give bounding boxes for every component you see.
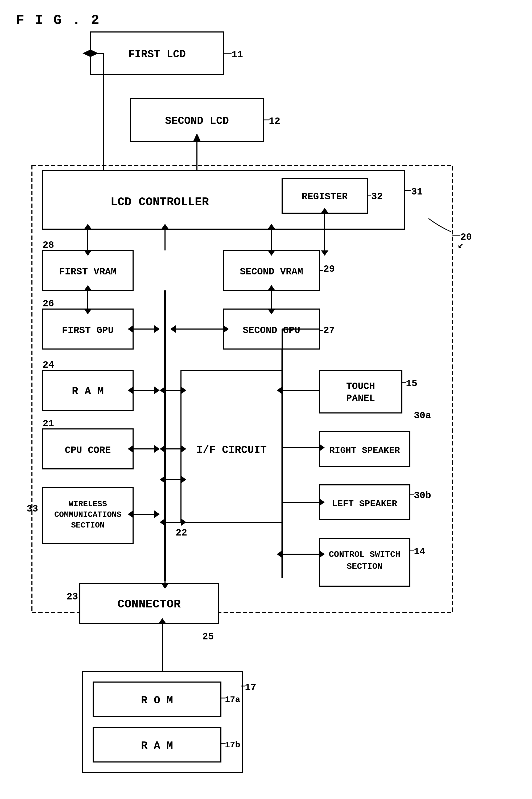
second-vram-ref: 29 (323, 264, 335, 275)
wireless-label3: SECTION (71, 521, 104, 530)
connector-label: CONNECTOR (117, 598, 181, 611)
svg-marker-73 (160, 519, 165, 526)
first-vram-ref: 28 (43, 240, 54, 251)
svg-marker-49 (160, 476, 165, 483)
second-gpu-label: SECOND GPU (243, 325, 300, 336)
register-ref: 32 (371, 191, 383, 202)
first-lcd-label: FIRST LCD (128, 49, 186, 60)
control-switch-ref: 14 (414, 546, 425, 557)
first-lcd-ref: 11 (231, 49, 243, 60)
arrow-to-first-lcd (82, 50, 91, 57)
touch-panel-label2: PANEL (346, 393, 375, 404)
lcd-controller-ref: 31 (411, 186, 423, 197)
ram2-label: R A M (141, 740, 173, 752)
touch-panel-label1: TOUCH (346, 381, 375, 392)
cpu-core-ref: 21 (43, 418, 54, 429)
bus-ref: 25 (202, 631, 214, 642)
control-switch-label1: CONTROL SWITCH (329, 550, 401, 560)
right-speaker-ref: 30a (414, 410, 431, 421)
second-vram-label: SECOND VRAM (240, 267, 303, 277)
ram2-ref: 17b (225, 740, 240, 750)
second-gpu-ref: 27 (323, 325, 335, 336)
left-speaker-label: LEFT SPEAKER (332, 499, 397, 509)
svg-marker-60 (277, 550, 282, 558)
right-speaker-label: RIGHT SPEAKER (329, 446, 400, 456)
wireless-label1: WIRELESS (69, 500, 107, 509)
second-lcd-label: SECOND LCD (165, 115, 229, 127)
rom-ram-ref: 17 (245, 682, 256, 693)
svg-marker-43 (160, 445, 165, 453)
first-vram-label: FIRST VRAM (59, 267, 117, 277)
wireless-label2: COMMUNICATIONS (54, 510, 121, 519)
svg-marker-46 (154, 510, 160, 518)
register-label: REGISTER (302, 191, 348, 202)
second-lcd-ref: 12 (269, 116, 280, 127)
lcd-controller-label: LCD CONTROLLER (111, 195, 209, 208)
svg-marker-40 (154, 445, 160, 453)
wireless-ref: 33 (26, 504, 38, 514)
svg-marker-37 (160, 386, 165, 394)
fig-label: F I G . 2 (16, 13, 100, 28)
ram-label: R A M (72, 385, 104, 398)
left-speaker-ref: 30b (414, 490, 431, 501)
system-block-arrow: ↙ (458, 240, 463, 251)
if-circuit-label: I/F CIRCUIT (196, 444, 267, 456)
ram-ref: 24 (43, 360, 54, 370)
svg-marker-29 (170, 325, 176, 333)
svg-marker-27 (154, 325, 160, 333)
first-gpu-label: FIRST GPU (62, 325, 114, 336)
svg-marker-16 (321, 251, 328, 256)
cpu-core-label: CPU CORE (65, 445, 111, 456)
svg-marker-34 (154, 386, 160, 394)
first-gpu-ref: 26 (43, 298, 54, 309)
control-switch-label2: SECTION (347, 562, 382, 571)
rom-ref: 17a (225, 695, 240, 705)
rom-label: R O M (141, 694, 173, 707)
if-circuit-ref: 22 (176, 527, 187, 539)
connector-ref: 23 (66, 592, 78, 602)
touch-panel-ref: 15 (406, 378, 417, 389)
